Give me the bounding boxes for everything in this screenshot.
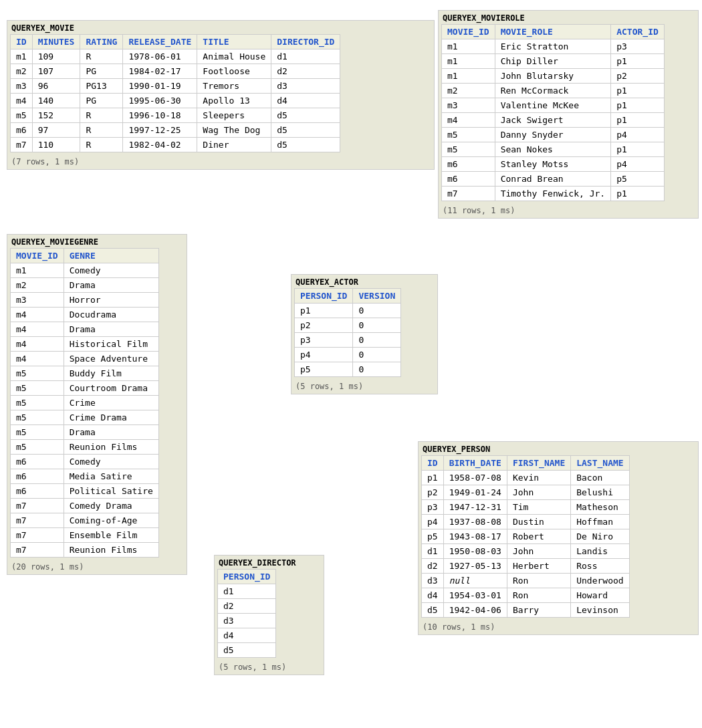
table-row: m4Jack Swigertp1 [442, 113, 665, 128]
table-row: m2Drama [11, 278, 159, 293]
table-row: m3Valentine McKeep1 [442, 98, 665, 113]
table-row: p40 [295, 348, 401, 362]
person-col-birth: BIRTH_DATE [443, 456, 507, 471]
table-row: m7Timothy Fenwick, Jr.p1 [442, 187, 665, 201]
table-row: m6Political Satire [11, 484, 159, 499]
director-table-title: QUERYEX_DIRECTOR [215, 556, 324, 569]
table-row: m7Reunion Films [11, 543, 159, 558]
movierole-col-actorid: ACTOR_ID [611, 25, 665, 39]
table-row: d11950-08-03JohnLandis [422, 544, 630, 559]
table-row: m1Comedy [11, 263, 159, 278]
moviegenre-table-section: QUERYEX_MOVIEGENRE MOVIE_ID GENRE m1Come… [7, 234, 187, 575]
movie-table: ID MINUTES RATING RELEASE_DATE TITLE DIR… [10, 34, 340, 152]
person-col-id: ID [422, 456, 444, 471]
table-row: p11958-07-08KevinBacon [422, 471, 630, 485]
table-row: m1Eric Strattonp3 [442, 39, 665, 54]
table-row: m7110R1982-04-02Dinerd5 [11, 138, 340, 152]
table-row: m3Horror [11, 293, 159, 308]
director-col-personid: PERSON_ID [218, 570, 276, 584]
moviegenre-col-genre: GENRE [64, 249, 158, 263]
table-row: p21949-01-24JohnBelushi [422, 485, 630, 500]
table-row: m6Stanley Motssp4 [442, 157, 665, 172]
table-row: m4Drama [11, 322, 159, 337]
table-row: m7Comedy Drama [11, 499, 159, 513]
table-row: d5 [218, 643, 276, 658]
table-row: d1 [218, 584, 276, 599]
table-row: m5Crime Drama [11, 410, 159, 425]
movierole-table-title: QUERYEX_MOVIEROLE [439, 11, 698, 24]
person-col-lastname: LAST_NAME [571, 456, 629, 471]
table-row: d2 [218, 599, 276, 614]
moviegenre-table: MOVIE_ID GENRE m1Comedym2Dramam3Horrorm4… [10, 248, 159, 558]
table-row: m2107PG1984-02-17Footloosed2 [11, 64, 340, 79]
table-row: m396PG131990-01-19Tremorsd3 [11, 79, 340, 94]
table-row: m5Courtroom Drama [11, 381, 159, 396]
table-row: p10 [295, 304, 401, 318]
movie-col-minutes: MINUTES [32, 35, 80, 49]
movie-table-title: QUERYEX_MOVIE [7, 21, 434, 34]
table-row: m5Drama [11, 425, 159, 440]
movierole-table: MOVIE_ID MOVIE_ROLE ACTOR_ID m1Eric Stra… [441, 24, 665, 201]
table-row: m5Danny Snyderp4 [442, 128, 665, 142]
table-row: d21927-05-13HerbertRoss [422, 559, 630, 574]
movie-rowcount: (7 rows, 1 ms) [7, 155, 434, 169]
table-row: m4Historical Film [11, 337, 159, 352]
person-rowcount: (10 rows, 1 ms) [419, 620, 698, 634]
actor-table-title: QUERYEX_ACTOR [291, 275, 437, 288]
table-row: m5Sean Nokesp1 [442, 142, 665, 157]
table-row: d4 [218, 628, 276, 643]
actor-table: PERSON_ID VERSION p10p20p30p40p50 [294, 288, 401, 377]
table-row: d41954-03-01RonHoward [422, 588, 630, 603]
actor-col-personid: PERSON_ID [295, 289, 353, 304]
table-row: m6Conrad Breanp5 [442, 172, 665, 187]
moviegenre-col-movieid: MOVIE_ID [11, 249, 64, 263]
table-row: m1Chip Dillerp1 [442, 54, 665, 69]
table-row: m4Docudrama [11, 308, 159, 322]
person-col-firstname: FIRST_NAME [507, 456, 570, 471]
table-row: m4Space Adventure [11, 352, 159, 366]
table-row: m6Media Satire [11, 469, 159, 484]
movierole-table-section: QUERYEX_MOVIEROLE MOVIE_ID MOVIE_ROLE AC… [438, 10, 699, 219]
table-row: m5Reunion Films [11, 440, 159, 455]
director-rowcount: (5 rows, 1 ms) [215, 660, 324, 675]
table-row: p31947-12-31TimMatheson [422, 500, 630, 515]
table-row: m4140PG1995-06-30Apollo 13d4 [11, 94, 340, 108]
table-row: p41937-08-08DustinHoffman [422, 515, 630, 529]
table-row: m6Comedy [11, 455, 159, 469]
table-row: m1John Blutarskyp2 [442, 69, 665, 84]
director-table: PERSON_ID d1d2d3d4d5 [217, 569, 276, 658]
actor-rowcount: (5 rows, 1 ms) [291, 380, 437, 394]
movierole-col-role: MOVIE_ROLE [495, 25, 611, 39]
table-row: m5Buddy Film [11, 366, 159, 381]
table-row: m2Ren McCormackp1 [442, 84, 665, 98]
table-row: d51942-04-06BarryLevinson [422, 603, 630, 618]
actor-table-section: QUERYEX_ACTOR PERSON_ID VERSION p10p20p3… [291, 274, 438, 394]
person-table: ID BIRTH_DATE FIRST_NAME LAST_NAME p1195… [421, 455, 630, 618]
table-row: d3nullRonUnderwood [422, 574, 630, 588]
movie-col-release: RELEASE_DATE [123, 35, 197, 49]
page-wrapper: QUERYEX_MOVIE ID MINUTES RATING RELEASE_… [7, 7, 702, 728]
table-row: p50 [295, 362, 401, 377]
movie-col-rating: RATING [80, 35, 123, 49]
actor-col-version: VERSION [353, 289, 401, 304]
table-row: m697R1997-12-25Wag The Dogd5 [11, 123, 340, 138]
person-table-section: QUERYEX_PERSON ID BIRTH_DATE FIRST_NAME … [418, 441, 699, 635]
person-table-title: QUERYEX_PERSON [419, 442, 698, 455]
movie-col-title: TITLE [197, 35, 271, 49]
director-table-section: QUERYEX_DIRECTOR PERSON_ID d1d2d3d4d5 (5… [214, 555, 324, 675]
movierole-col-movieid: MOVIE_ID [442, 25, 495, 39]
movierole-rowcount: (11 rows, 1 ms) [439, 204, 698, 218]
table-row: m7Coming-of-Age [11, 513, 159, 528]
table-row: m7Ensemble Film [11, 528, 159, 543]
moviegenre-rowcount: (20 rows, 1 ms) [7, 560, 187, 574]
table-row: m1109R1978-06-01Animal Housed1 [11, 49, 340, 64]
movie-col-director: DIRECTOR_ID [271, 35, 340, 49]
table-row: p30 [295, 333, 401, 348]
table-row: m5Crime [11, 396, 159, 410]
table-row: p20 [295, 318, 401, 333]
moviegenre-table-title: QUERYEX_MOVIEGENRE [7, 235, 187, 248]
movie-table-section: QUERYEX_MOVIE ID MINUTES RATING RELEASE_… [7, 20, 435, 170]
table-row: p51943-08-17RobertDe Niro [422, 529, 630, 544]
movie-col-id: ID [11, 35, 33, 49]
table-row: d3 [218, 614, 276, 628]
